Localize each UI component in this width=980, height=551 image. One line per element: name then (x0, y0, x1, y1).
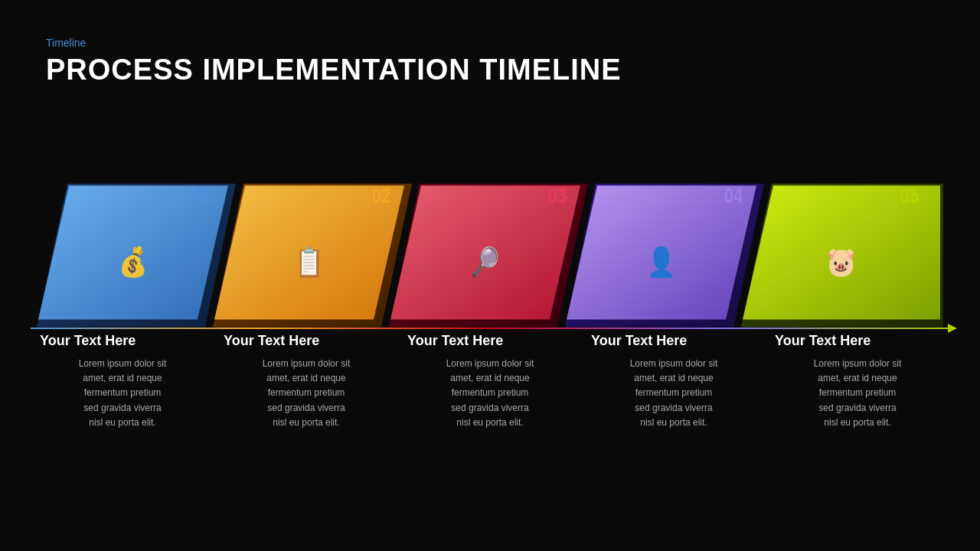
step-4-title: Your Text Here (591, 333, 756, 349)
content-area: Your Text HereLorem ipsum dolor sit amet… (31, 333, 949, 430)
step-5-body: Lorem ipsum dolor sit amet, erat id nequ… (775, 357, 940, 430)
content-col-4: Your Text HereLorem ipsum dolor sit amet… (582, 333, 766, 430)
header: Timeline PROCESS IMPLEMENTATION TIMELINE (46, 37, 622, 86)
svg-text:01: 01 (196, 184, 215, 207)
header-title: PROCESS IMPLEMENTATION TIMELINE (46, 54, 622, 86)
svg-text:03: 03 (548, 184, 567, 207)
svg-text:05: 05 (900, 184, 920, 207)
step-4-body: Lorem ipsum dolor sit amet, erat id nequ… (591, 357, 756, 430)
step-5-title: Your Text Here (775, 333, 940, 349)
content-col-1: Your Text HereLorem ipsum dolor sit amet… (31, 333, 214, 430)
content-col-3: Your Text HereLorem ipsum dolor sit amet… (398, 333, 582, 430)
step-1-body: Lorem ipsum dolor sit amet, erat id nequ… (40, 357, 205, 430)
svg-text:04: 04 (724, 184, 743, 207)
svg-text:📋: 📋 (295, 245, 324, 279)
step-3-title: Your Text Here (407, 333, 573, 349)
timeline-baseline (31, 328, 949, 329)
step-3-body: Lorem ipsum dolor sit amet, erat id nequ… (407, 357, 573, 430)
step-2-title: Your Text Here (224, 333, 389, 349)
step-2-body: Lorem ipsum dolor sit amet, erat id nequ… (224, 357, 389, 430)
timeline-area: 01 02 03 04 05 💰 📋 🔎 👤 🐷 (31, 176, 949, 329)
header-label: Timeline (46, 37, 622, 49)
svg-text:02: 02 (372, 184, 390, 207)
content-col-5: Your Text HereLorem ipsum dolor sit amet… (766, 333, 949, 430)
baseline-arrow (948, 324, 957, 333)
timeline-svg: 01 02 03 04 05 💰 📋 🔎 👤 🐷 (31, 176, 949, 329)
svg-text:🐷: 🐷 (827, 245, 856, 279)
content-col-2: Your Text HereLorem ipsum dolor sit amet… (214, 333, 398, 430)
svg-text:💰: 💰 (119, 245, 148, 279)
svg-text:👤: 👤 (647, 245, 676, 279)
step-1-title: Your Text Here (40, 333, 205, 349)
svg-text:🔎: 🔎 (471, 245, 500, 279)
